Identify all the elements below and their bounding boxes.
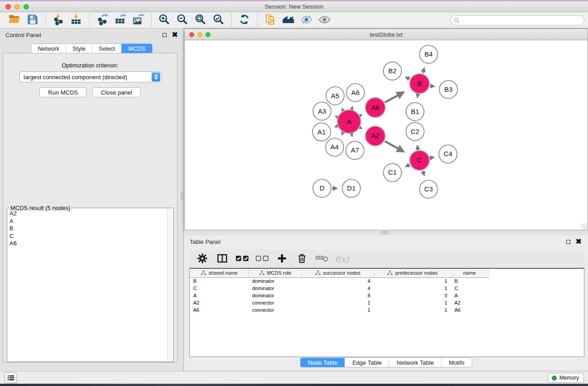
node-A7[interactable]: A7 xyxy=(346,141,364,159)
table-row[interactable]: Adominator80A xyxy=(190,292,584,299)
edge-A6-B[interactable] xyxy=(385,92,404,103)
export-table-button[interactable] xyxy=(113,14,128,27)
save-session-button[interactable] xyxy=(25,14,40,27)
search-input[interactable] xyxy=(450,15,584,25)
import-table-button[interactable] xyxy=(69,14,84,27)
edge-A-A2[interactable] xyxy=(360,128,362,129)
hide-visual-button[interactable] xyxy=(299,14,314,27)
node-A6[interactable]: A6 xyxy=(365,98,385,118)
zoom-in-button[interactable] xyxy=(157,14,172,27)
node-A[interactable]: A xyxy=(337,110,361,133)
cell-shared-name[interactable]: B xyxy=(190,277,249,285)
tab-select[interactable]: Select xyxy=(92,44,121,53)
column-header-shared-name[interactable]: shared name xyxy=(190,269,249,277)
cell-shared-name[interactable]: A6 xyxy=(190,306,249,314)
edge-B-B2[interactable] xyxy=(405,77,410,79)
zoom-out-button[interactable] xyxy=(175,14,190,27)
cell-mcds-role[interactable]: dominator xyxy=(249,277,301,285)
mcds-result-list[interactable]: A2ABCA6 xyxy=(8,209,167,361)
cell-shared-name[interactable]: A xyxy=(190,292,249,299)
home-button[interactable] xyxy=(281,14,296,27)
mcds-result-item[interactable]: B xyxy=(8,225,167,233)
node-B4[interactable]: B4 xyxy=(420,45,438,63)
edge-A-A4[interactable] xyxy=(342,133,343,135)
vertical-splitter-grip[interactable] xyxy=(181,193,184,200)
cell-predecessor-nodes[interactable]: 1 xyxy=(374,277,451,285)
criterion-dropdown[interactable]: largest connected component (directed) xyxy=(19,71,162,82)
export-network-button[interactable] xyxy=(95,14,110,27)
edge-A-A5[interactable] xyxy=(342,108,343,110)
float-table-panel-icon[interactable] xyxy=(566,240,570,244)
clone-network-button[interactable] xyxy=(263,14,277,27)
cell-predecessor-nodes[interactable]: 1 xyxy=(374,306,451,314)
tab-network-table[interactable]: Network Table xyxy=(389,358,441,367)
import-network-button[interactable] xyxy=(51,14,66,27)
cell-name[interactable]: A xyxy=(451,292,488,299)
edge-C-C2[interactable] xyxy=(417,146,418,150)
run-mcds-button[interactable]: Run MCDS xyxy=(39,87,86,97)
tab-mcds[interactable]: MCDS xyxy=(121,44,152,53)
edge-C-C4[interactable] xyxy=(430,157,434,158)
cell-successor-nodes[interactable]: 1 xyxy=(301,306,374,314)
cell-mcds-role[interactable]: dominator xyxy=(249,292,301,299)
node-C3[interactable]: C3 xyxy=(420,180,438,198)
window-resize-grip[interactable] xyxy=(581,224,587,229)
column-header-successor-nodes[interactable]: successor nodes xyxy=(301,269,374,277)
node-A1[interactable]: A1 xyxy=(312,123,330,141)
result-scrollbar[interactable] xyxy=(167,209,173,361)
tab-node-table[interactable]: Node Table xyxy=(301,358,345,367)
network-canvas[interactable]: AA2A6BCA1A3A4A5A7A8B1B2B3B4C1C2C3C4DD1 xyxy=(185,40,588,230)
mcds-result-item[interactable]: A2 xyxy=(8,210,167,218)
table-row[interactable]: A2connector11A2 xyxy=(190,299,584,306)
node-C[interactable]: C xyxy=(410,150,430,170)
node-A3[interactable]: A3 xyxy=(313,102,331,120)
memory-button[interactable]: Memory xyxy=(548,373,584,383)
node-C1[interactable]: C1 xyxy=(383,163,402,181)
node-A5[interactable]: A5 xyxy=(326,87,344,105)
deselect-all-rows-button[interactable] xyxy=(255,252,269,266)
edge-A-A6[interactable] xyxy=(360,114,362,115)
cell-mcds-role[interactable]: dominator xyxy=(249,285,301,292)
delete-column-button[interactable] xyxy=(295,252,309,266)
close-table-panel-icon[interactable]: ✖ xyxy=(576,239,582,244)
open-file-button[interactable] xyxy=(7,14,22,27)
node-B[interactable]: B xyxy=(410,74,430,94)
node-A4[interactable]: A4 xyxy=(325,138,344,156)
cell-predecessor-nodes[interactable]: 0 xyxy=(374,292,451,299)
node-A2[interactable]: A2 xyxy=(365,126,385,146)
cell-mcds-role[interactable]: connector xyxy=(249,306,301,314)
edge-B-B1[interactable] xyxy=(417,94,418,97)
tab-edge-table[interactable]: Edge Table xyxy=(344,358,389,367)
cell-successor-nodes[interactable]: 1 xyxy=(301,299,374,306)
export-image-button[interactable] xyxy=(131,14,146,27)
tab-style[interactable]: Style xyxy=(66,44,92,53)
edge-B-B4[interactable] xyxy=(423,68,425,73)
split-view-button[interactable] xyxy=(215,252,229,266)
edge-A2-C[interactable] xyxy=(385,141,404,152)
cell-mcds-role[interactable]: connector xyxy=(249,299,301,306)
node-B1[interactable]: B1 xyxy=(406,103,424,121)
cell-name[interactable]: A2 xyxy=(451,299,488,306)
mcds-result-item[interactable]: A6 xyxy=(8,240,167,248)
close-panel-icon[interactable]: ✖ xyxy=(172,32,178,38)
node-B2[interactable]: B2 xyxy=(383,62,402,80)
node-D[interactable]: D xyxy=(313,179,331,197)
cell-successor-nodes[interactable]: 4 xyxy=(301,285,374,292)
node-B3[interactable]: B3 xyxy=(440,81,458,99)
zoom-fit-button[interactable] xyxy=(193,14,208,27)
column-header-name[interactable]: name xyxy=(451,269,488,277)
mcds-result-item[interactable]: C xyxy=(8,233,167,240)
table-row[interactable]: Cdominator41C xyxy=(190,285,584,292)
node-D1[interactable]: D1 xyxy=(342,179,360,197)
edge-A-A7[interactable] xyxy=(352,134,352,137)
edge-C-C3[interactable] xyxy=(423,171,424,176)
float-panel-icon[interactable] xyxy=(163,33,167,37)
node-A8[interactable]: A8 xyxy=(346,84,364,102)
horizontal-splitter-grip[interactable] xyxy=(381,231,388,234)
add-column-button[interactable] xyxy=(275,252,289,266)
cell-name[interactable]: B xyxy=(451,277,488,285)
edge-A-A3[interactable] xyxy=(335,116,337,117)
refresh-button[interactable] xyxy=(237,14,252,27)
task-history-button[interactable] xyxy=(5,372,17,383)
select-all-rows-button[interactable] xyxy=(235,252,249,266)
